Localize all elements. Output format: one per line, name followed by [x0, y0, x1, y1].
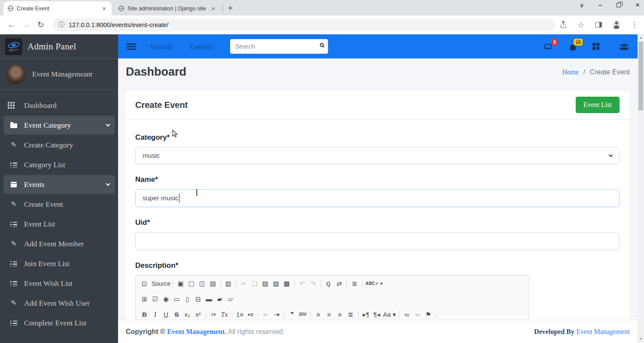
- category-select[interactable]: music: [135, 147, 620, 164]
- tab-close-icon[interactable]: ×: [210, 5, 216, 12]
- name-input[interactable]: super music: [135, 189, 620, 207]
- sidebar-item-join-event-list[interactable]: Join Event List: [3, 254, 115, 273]
- text-direction-ltr-button[interactable]: ▸¶: [361, 309, 371, 320]
- tab-close-icon[interactable]: ×: [101, 5, 107, 12]
- replace-icon[interactable]: ⇄: [334, 278, 344, 289]
- image-button-icon[interactable]: ▰: [214, 294, 225, 304]
- footer-copyright-link[interactable]: Event Management.: [167, 328, 226, 335]
- remove-format-button[interactable]: Tx: [219, 309, 230, 320]
- nav-link-accueil[interactable]: Accueil: [149, 42, 172, 51]
- align-left-button[interactable]: ≡: [313, 309, 324, 320]
- uid-input[interactable]: [135, 232, 620, 250]
- sidebar-item-complete-event-list[interactable]: Complete Event List: [3, 313, 115, 332]
- window-restore-button[interactable]: [617, 3, 621, 7]
- nav-link-contact[interactable]: Contact: [189, 42, 213, 51]
- form-icon[interactable]: ⊞: [139, 294, 150, 304]
- new-tab-button[interactable]: +: [228, 3, 233, 13]
- browser-profile-icon[interactable]: [613, 21, 620, 29]
- apps-grid-icon[interactable]: [594, 43, 601, 50]
- breadcrumb-home-link[interactable]: Home: [562, 68, 579, 76]
- rich-text-editor[interactable]: ⊡Source▣▢◫▤▥✂❏▨▧▩↶↷ϙ⇄≣ABC✓ ▾⊞☑◉▭▯⊟▬▰▱BIU…: [135, 275, 529, 320]
- sidebar-item-event-list[interactable]: Event List: [3, 214, 115, 233]
- forward-button[interactable]: →: [19, 20, 33, 30]
- numbered-list-button[interactable]: 1≡: [234, 309, 245, 320]
- page-scrollbar[interactable]: ▲ ▼: [638, 34, 644, 343]
- underline-button[interactable]: U: [161, 309, 171, 320]
- sidebar-item-add-event-wish-user[interactable]: ✎Add Event Wish User: [3, 294, 115, 312]
- paste-text-icon[interactable]: ▧: [270, 278, 281, 289]
- print-icon[interactable]: ▤: [207, 278, 218, 289]
- align-justify-button[interactable]: ≣: [345, 309, 356, 320]
- select-field-icon[interactable]: ⊟: [193, 294, 204, 304]
- paste-word-icon[interactable]: ▩: [281, 278, 292, 289]
- button-icon[interactable]: ▬: [204, 294, 214, 304]
- url-bar[interactable]: ⓘ 127.0.0.1:8000/events/event-create/: [52, 18, 555, 31]
- increase-indent-button[interactable]: ⇥: [271, 309, 282, 320]
- text-direction-rtl-button[interactable]: ¶◂: [371, 309, 382, 320]
- align-right-button[interactable]: ≡: [334, 309, 345, 320]
- sidebar-item-category-list[interactable]: Category List: [3, 155, 115, 174]
- radio-icon[interactable]: ◉: [161, 294, 171, 304]
- strikethrough-button[interactable]: S: [171, 309, 182, 320]
- select-all-icon[interactable]: ≣: [349, 278, 360, 289]
- event-list-button[interactable]: Event List: [576, 97, 620, 113]
- checkbox-icon[interactable]: ☑: [150, 294, 161, 304]
- div-container-button[interactable]: DIV: [298, 309, 308, 320]
- anchor-button[interactable]: ⚑: [423, 309, 434, 320]
- hidden-field-icon[interactable]: ▱: [225, 294, 236, 304]
- templates-icon[interactable]: ▥: [223, 278, 234, 289]
- source-button[interactable]: ⊡: [139, 278, 150, 289]
- scrollbar-up-icon[interactable]: ▲: [639, 34, 643, 41]
- bulleted-list-button[interactable]: •≡: [245, 309, 256, 320]
- side-panel-icon[interactable]: [595, 21, 602, 29]
- tab-search-chevron-icon[interactable]: ∨: [580, 2, 584, 9]
- window-close-button[interactable]: ×: [635, 1, 640, 9]
- hamburger-menu-icon[interactable]: [127, 43, 137, 50]
- superscript-button[interactable]: x²: [193, 309, 204, 320]
- site-info-icon[interactable]: ⓘ: [58, 21, 64, 29]
- tab-django-admin[interactable]: Site administration | Django site ×: [114, 1, 221, 15]
- window-minimize-button[interactable]: –: [598, 2, 602, 9]
- user-avatar[interactable]: [6, 64, 26, 84]
- language-button[interactable]: Aa ▾: [382, 309, 397, 320]
- notifications-icon[interactable]: 15: [569, 43, 577, 50]
- textarea-icon[interactable]: ▯: [182, 294, 193, 304]
- new-page-icon[interactable]: ▢: [186, 278, 197, 289]
- browser-menu-icon[interactable]: ⋮: [631, 20, 638, 29]
- search-icon[interactable]: [320, 43, 324, 47]
- sidebar-item-event-category[interactable]: Event Category: [3, 116, 115, 135]
- bookmark-star-icon[interactable]: ☆: [577, 20, 584, 30]
- link-button[interactable]: ∞: [401, 309, 412, 320]
- align-center-button[interactable]: ≡: [324, 309, 334, 320]
- text-field-icon[interactable]: ▭: [171, 294, 182, 304]
- reload-button[interactable]: ↻: [33, 20, 48, 30]
- scrollbar-down-icon[interactable]: ▼: [639, 336, 643, 342]
- scrollbar-thumb[interactable]: [638, 42, 643, 110]
- brand[interactable]: Admin Panel: [0, 34, 118, 59]
- footer-developed-link[interactable]: Event Management: [576, 328, 630, 335]
- tab-create-event[interactable]: Create Event ×: [3, 1, 112, 15]
- user-name[interactable]: Event Managemeant: [32, 70, 92, 79]
- sidebar-item-dashboard[interactable]: Dashboard: [3, 96, 115, 115]
- find-icon[interactable]: ϙ: [322, 277, 335, 291]
- users-icon[interactable]: [619, 43, 629, 50]
- copy-formatting-button[interactable]: ✑: [208, 309, 219, 320]
- messages-icon[interactable]: 3: [544, 43, 552, 50]
- save-icon[interactable]: ▣: [175, 278, 186, 289]
- search-input[interactable]: [230, 39, 328, 54]
- sidebar-item-events[interactable]: Events: [3, 175, 115, 194]
- subscript-button[interactable]: x₂: [182, 309, 193, 320]
- spellcheck-icon[interactable]: ABC✓ ▾: [365, 278, 383, 289]
- sidebar-item-event-wish-list[interactable]: Event Wish List: [3, 274, 115, 293]
- back-button[interactable]: ←: [4, 20, 19, 30]
- sidebar-item-create-category[interactable]: ✎Create Category: [3, 135, 115, 154]
- bold-button[interactable]: B: [139, 309, 150, 320]
- sidebar-item-create-event[interactable]: ✎Create Event: [3, 195, 115, 214]
- sidebar-item-add-event-member[interactable]: ✎Add Event Member: [3, 234, 115, 253]
- share-icon[interactable]: [559, 21, 567, 29]
- italic-button[interactable]: I: [150, 309, 161, 320]
- preview-icon[interactable]: ◫: [197, 278, 207, 289]
- blockquote-button[interactable]: ❞: [287, 309, 298, 320]
- paste-icon[interactable]: ▨: [260, 278, 270, 289]
- tab-title: Site administration | Django site: [128, 5, 207, 12]
